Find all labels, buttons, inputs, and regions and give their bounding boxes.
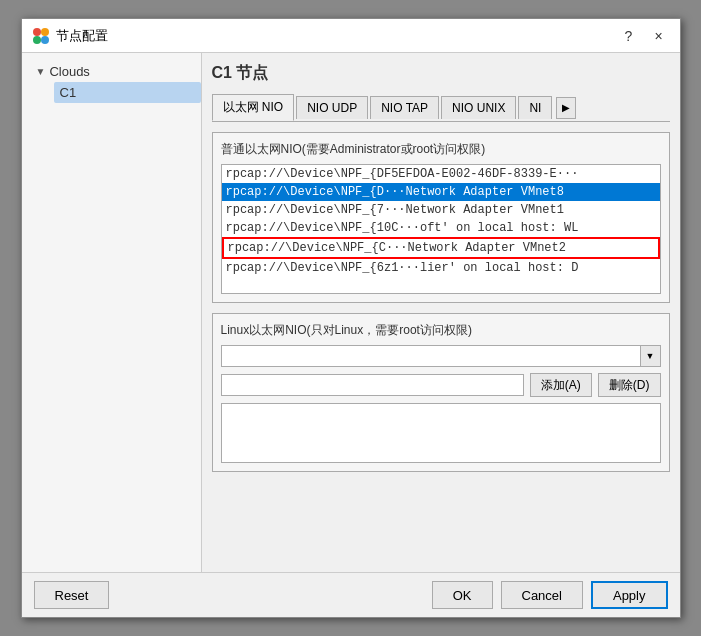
sidebar-c1-label: C1 xyxy=(60,85,77,100)
sidebar-tree: ▼ Clouds C1 xyxy=(22,61,201,103)
app-icon xyxy=(32,27,50,45)
nic-item-4[interactable]: rpcap://\Device\NPF_{C···Network Adapter… xyxy=(222,237,660,259)
tree-group-clouds: ▼ Clouds C1 xyxy=(30,61,201,103)
nic-item-5[interactable]: rpcap://\Device\NPF_{6z1···lier' on loca… xyxy=(222,259,660,277)
tab-nio-tap[interactable]: NIO TAP xyxy=(370,96,439,119)
dialog-title: 节点配置 xyxy=(56,27,108,45)
dialog-body: ▼ Clouds C1 C1 节点 以太网 NIO xyxy=(22,53,680,572)
sidebar: ▼ Clouds C1 xyxy=(22,53,202,572)
sidebar-item-c1[interactable]: C1 xyxy=(54,82,201,103)
tab-nio-udp[interactable]: NIO UDP xyxy=(296,96,368,119)
nic-item-3[interactable]: rpcap://\Device\NPF_{10C···oft' on local… xyxy=(222,219,660,237)
linux-dropdown-row: ▼ xyxy=(221,345,661,367)
tabs-nav-button[interactable]: ▶ xyxy=(556,97,576,119)
help-button[interactable]: ? xyxy=(618,25,640,47)
nic-item-1[interactable]: rpcap://\Device\NPF_{D···Network Adapter… xyxy=(222,183,660,201)
sidebar-clouds-label: Clouds xyxy=(49,64,89,79)
apply-button[interactable]: Apply xyxy=(591,581,668,609)
ok-button[interactable]: OK xyxy=(432,581,493,609)
tab-nio-unix[interactable]: NIO UNIX xyxy=(441,96,516,119)
linux-input[interactable] xyxy=(221,374,524,396)
close-button[interactable]: × xyxy=(648,25,670,47)
nic-item-2[interactable]: rpcap://\Device\NPF_{7···Network Adapter… xyxy=(222,201,660,219)
title-bar-controls: ? × xyxy=(618,25,670,47)
linux-section-title: Linux以太网NIO(只对Linux，需要root访问权限) xyxy=(221,322,661,339)
node-config-dialog: 节点配置 ? × ▼ Clouds C1 xyxy=(21,18,681,618)
footer-right: OK Cancel Apply xyxy=(432,581,668,609)
main-panel: C1 节点 以太网 NIO NIO UDP NIO TAP NIO UNIX N… xyxy=(202,53,680,572)
sidebar-item-clouds[interactable]: ▼ Clouds xyxy=(30,61,201,82)
tab-ethernet-nio[interactable]: 以太网 NIO xyxy=(212,94,295,121)
tree-arrow-icon: ▼ xyxy=(36,66,46,77)
nic-list[interactable]: rpcap://\Device\NPF_{DF5EFDOA-E002-46DF-… xyxy=(221,164,661,294)
svg-point-2 xyxy=(33,36,41,44)
panel-title: C1 节点 xyxy=(212,63,670,84)
dialog-footer: Reset OK Cancel Apply xyxy=(22,572,680,617)
nic-item-0[interactable]: rpcap://\Device\NPF_{DF5EFDOA-E002-46DF-… xyxy=(222,165,660,183)
footer-left: Reset xyxy=(34,581,110,609)
linux-dropdown-arrow-icon[interactable]: ▼ xyxy=(641,345,661,367)
svg-point-1 xyxy=(41,28,49,36)
tabs-bar: 以太网 NIO NIO UDP NIO TAP NIO UNIX NI ▶ xyxy=(212,94,670,122)
linux-input-row: 添加(A) 删除(D) xyxy=(221,373,661,397)
reset-button[interactable]: Reset xyxy=(34,581,110,609)
svg-point-3 xyxy=(41,36,49,44)
nic-section: 普通以太网NIO(需要Administrator或root访问权限) rpcap… xyxy=(212,132,670,303)
cancel-button[interactable]: Cancel xyxy=(501,581,583,609)
delete-button[interactable]: 删除(D) xyxy=(598,373,661,397)
svg-point-0 xyxy=(33,28,41,36)
linux-list[interactable] xyxy=(221,403,661,463)
title-bar: 节点配置 ? × xyxy=(22,19,680,53)
tab-ni[interactable]: NI xyxy=(518,96,552,119)
add-button[interactable]: 添加(A) xyxy=(530,373,592,397)
linux-dropdown[interactable] xyxy=(221,345,641,367)
title-bar-left: 节点配置 xyxy=(32,27,108,45)
tree-children: C1 xyxy=(30,82,201,103)
nic-section-title: 普通以太网NIO(需要Administrator或root访问权限) xyxy=(221,141,661,158)
linux-section: Linux以太网NIO(只对Linux，需要root访问权限) ▼ 添加(A) … xyxy=(212,313,670,472)
